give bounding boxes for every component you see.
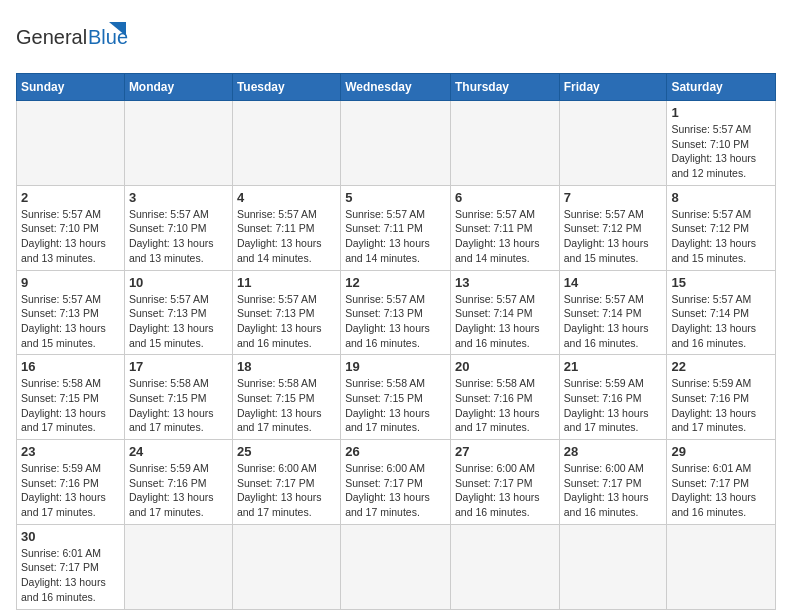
weekday-header-saturday: Saturday [667, 74, 776, 101]
day-info: Sunrise: 5:57 AMSunset: 7:12 PMDaylight:… [564, 207, 663, 266]
calendar-cell: 13Sunrise: 5:57 AMSunset: 7:14 PMDayligh… [450, 270, 559, 355]
calendar-cell [341, 524, 451, 609]
calendar-cell: 8Sunrise: 5:57 AMSunset: 7:12 PMDaylight… [667, 185, 776, 270]
day-number: 4 [237, 190, 336, 205]
calendar-cell: 23Sunrise: 5:59 AMSunset: 7:16 PMDayligh… [17, 440, 125, 525]
calendar-cell: 2Sunrise: 5:57 AMSunset: 7:10 PMDaylight… [17, 185, 125, 270]
calendar-week-1: 2Sunrise: 5:57 AMSunset: 7:10 PMDaylight… [17, 185, 776, 270]
calendar-cell [232, 524, 340, 609]
day-info: Sunrise: 5:59 AMSunset: 7:16 PMDaylight:… [129, 461, 228, 520]
calendar-cell: 1Sunrise: 5:57 AMSunset: 7:10 PMDaylight… [667, 101, 776, 186]
calendar-body: 1Sunrise: 5:57 AMSunset: 7:10 PMDaylight… [17, 101, 776, 610]
calendar-cell: 28Sunrise: 6:00 AMSunset: 7:17 PMDayligh… [559, 440, 667, 525]
day-number: 23 [21, 444, 120, 459]
weekday-header-thursday: Thursday [450, 74, 559, 101]
day-info: Sunrise: 6:01 AMSunset: 7:17 PMDaylight:… [671, 461, 771, 520]
calendar-table: SundayMondayTuesdayWednesdayThursdayFrid… [16, 73, 776, 610]
calendar-header: SundayMondayTuesdayWednesdayThursdayFrid… [17, 74, 776, 101]
calendar-cell [559, 101, 667, 186]
day-number: 26 [345, 444, 446, 459]
day-info: Sunrise: 5:57 AMSunset: 7:14 PMDaylight:… [455, 292, 555, 351]
calendar-cell [667, 524, 776, 609]
calendar-week-5: 30Sunrise: 6:01 AMSunset: 7:17 PMDayligh… [17, 524, 776, 609]
calendar-cell [124, 524, 232, 609]
day-number: 29 [671, 444, 771, 459]
day-number: 28 [564, 444, 663, 459]
weekday-header-sunday: Sunday [17, 74, 125, 101]
calendar-cell: 27Sunrise: 6:00 AMSunset: 7:17 PMDayligh… [450, 440, 559, 525]
day-number: 5 [345, 190, 446, 205]
day-number: 21 [564, 359, 663, 374]
day-info: Sunrise: 5:59 AMSunset: 7:16 PMDaylight:… [671, 376, 771, 435]
calendar-cell: 25Sunrise: 6:00 AMSunset: 7:17 PMDayligh… [232, 440, 340, 525]
calendar-cell: 6Sunrise: 5:57 AMSunset: 7:11 PMDaylight… [450, 185, 559, 270]
day-info: Sunrise: 5:58 AMSunset: 7:15 PMDaylight:… [21, 376, 120, 435]
calendar-week-3: 16Sunrise: 5:58 AMSunset: 7:15 PMDayligh… [17, 355, 776, 440]
calendar-cell: 11Sunrise: 5:57 AMSunset: 7:13 PMDayligh… [232, 270, 340, 355]
day-number: 12 [345, 275, 446, 290]
calendar-cell: 12Sunrise: 5:57 AMSunset: 7:13 PMDayligh… [341, 270, 451, 355]
day-number: 6 [455, 190, 555, 205]
day-number: 30 [21, 529, 120, 544]
day-number: 8 [671, 190, 771, 205]
day-number: 18 [237, 359, 336, 374]
calendar-cell: 5Sunrise: 5:57 AMSunset: 7:11 PMDaylight… [341, 185, 451, 270]
calendar-cell: 14Sunrise: 5:57 AMSunset: 7:14 PMDayligh… [559, 270, 667, 355]
calendar-cell: 17Sunrise: 5:58 AMSunset: 7:15 PMDayligh… [124, 355, 232, 440]
calendar-cell: 16Sunrise: 5:58 AMSunset: 7:15 PMDayligh… [17, 355, 125, 440]
calendar-cell [450, 101, 559, 186]
day-info: Sunrise: 5:57 AMSunset: 7:14 PMDaylight:… [564, 292, 663, 351]
day-number: 7 [564, 190, 663, 205]
day-info: Sunrise: 6:00 AMSunset: 7:17 PMDaylight:… [237, 461, 336, 520]
calendar-cell: 10Sunrise: 5:57 AMSunset: 7:13 PMDayligh… [124, 270, 232, 355]
calendar-cell: 15Sunrise: 5:57 AMSunset: 7:14 PMDayligh… [667, 270, 776, 355]
day-info: Sunrise: 6:00 AMSunset: 7:17 PMDaylight:… [455, 461, 555, 520]
day-info: Sunrise: 5:57 AMSunset: 7:13 PMDaylight:… [237, 292, 336, 351]
day-info: Sunrise: 6:00 AMSunset: 7:17 PMDaylight:… [564, 461, 663, 520]
day-info: Sunrise: 5:57 AMSunset: 7:14 PMDaylight:… [671, 292, 771, 351]
day-number: 19 [345, 359, 446, 374]
day-number: 11 [237, 275, 336, 290]
day-info: Sunrise: 5:57 AMSunset: 7:10 PMDaylight:… [129, 207, 228, 266]
day-info: Sunrise: 5:57 AMSunset: 7:13 PMDaylight:… [345, 292, 446, 351]
weekday-header-row: SundayMondayTuesdayWednesdayThursdayFrid… [17, 74, 776, 101]
day-info: Sunrise: 5:58 AMSunset: 7:15 PMDaylight:… [129, 376, 228, 435]
calendar-cell: 29Sunrise: 6:01 AMSunset: 7:17 PMDayligh… [667, 440, 776, 525]
calendar-cell [559, 524, 667, 609]
day-info: Sunrise: 5:57 AMSunset: 7:10 PMDaylight:… [671, 122, 771, 181]
calendar-cell: 30Sunrise: 6:01 AMSunset: 7:17 PMDayligh… [17, 524, 125, 609]
day-info: Sunrise: 6:01 AMSunset: 7:17 PMDaylight:… [21, 546, 120, 605]
day-number: 15 [671, 275, 771, 290]
day-number: 17 [129, 359, 228, 374]
calendar-cell: 20Sunrise: 5:58 AMSunset: 7:16 PMDayligh… [450, 355, 559, 440]
day-info: Sunrise: 5:57 AMSunset: 7:11 PMDaylight:… [345, 207, 446, 266]
day-info: Sunrise: 6:00 AMSunset: 7:17 PMDaylight:… [345, 461, 446, 520]
calendar-cell: 3Sunrise: 5:57 AMSunset: 7:10 PMDaylight… [124, 185, 232, 270]
calendar-cell [450, 524, 559, 609]
svg-text:General: General [16, 26, 87, 48]
weekday-header-monday: Monday [124, 74, 232, 101]
calendar-week-0: 1Sunrise: 5:57 AMSunset: 7:10 PMDaylight… [17, 101, 776, 186]
day-info: Sunrise: 5:57 AMSunset: 7:13 PMDaylight:… [129, 292, 228, 351]
day-number: 13 [455, 275, 555, 290]
calendar-cell [341, 101, 451, 186]
day-info: Sunrise: 5:57 AMSunset: 7:13 PMDaylight:… [21, 292, 120, 351]
calendar-cell: 26Sunrise: 6:00 AMSunset: 7:17 PMDayligh… [341, 440, 451, 525]
calendar-cell: 7Sunrise: 5:57 AMSunset: 7:12 PMDaylight… [559, 185, 667, 270]
calendar-week-4: 23Sunrise: 5:59 AMSunset: 7:16 PMDayligh… [17, 440, 776, 525]
calendar-cell [232, 101, 340, 186]
calendar-cell: 18Sunrise: 5:58 AMSunset: 7:15 PMDayligh… [232, 355, 340, 440]
day-number: 20 [455, 359, 555, 374]
day-number: 2 [21, 190, 120, 205]
day-info: Sunrise: 5:58 AMSunset: 7:16 PMDaylight:… [455, 376, 555, 435]
day-info: Sunrise: 5:58 AMSunset: 7:15 PMDaylight:… [237, 376, 336, 435]
day-info: Sunrise: 5:59 AMSunset: 7:16 PMDaylight:… [21, 461, 120, 520]
day-number: 27 [455, 444, 555, 459]
day-number: 14 [564, 275, 663, 290]
day-number: 10 [129, 275, 228, 290]
day-info: Sunrise: 5:57 AMSunset: 7:10 PMDaylight:… [21, 207, 120, 266]
weekday-header-wednesday: Wednesday [341, 74, 451, 101]
day-number: 1 [671, 105, 771, 120]
day-number: 22 [671, 359, 771, 374]
calendar-cell: 24Sunrise: 5:59 AMSunset: 7:16 PMDayligh… [124, 440, 232, 525]
